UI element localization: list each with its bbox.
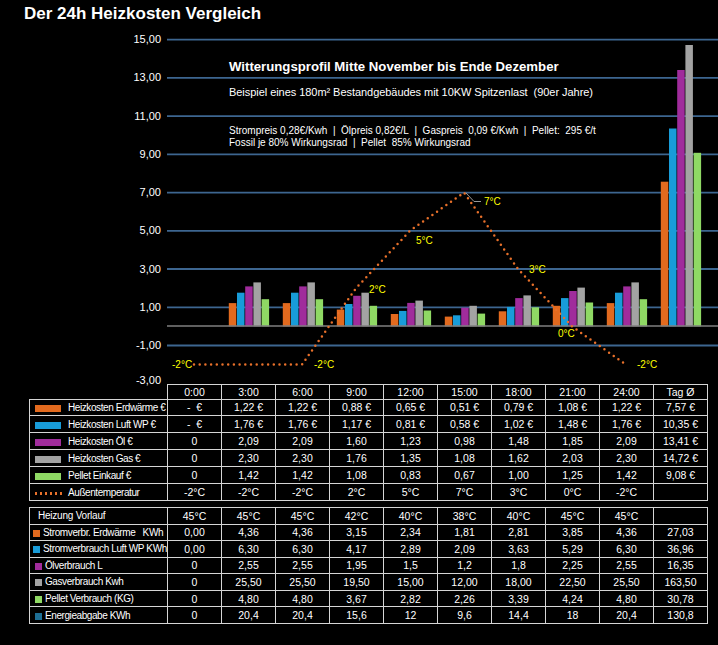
svg-text:13,00: 13,00	[133, 71, 161, 83]
svg-text:-2°C: -2°C	[172, 359, 192, 370]
svg-text:-1,00: -1,00	[136, 339, 161, 351]
svg-text:9,00: 9,00	[140, 148, 161, 160]
svg-text:-2°C: -2°C	[637, 359, 657, 370]
svg-text:3,00: 3,00	[140, 263, 161, 275]
svg-text:0°C: 0°C	[558, 328, 575, 339]
svg-text:-2°C: -2°C	[314, 359, 334, 370]
svg-text:1,00: 1,00	[140, 301, 161, 313]
svg-text:5,00: 5,00	[140, 224, 161, 236]
svg-text:7°C: 7°C	[484, 196, 501, 207]
svg-text:7,00: 7,00	[140, 186, 161, 198]
svg-text:15,00: 15,00	[133, 33, 161, 45]
svg-text:3°C: 3°C	[529, 264, 546, 275]
svg-text:11,00: 11,00	[134, 110, 161, 122]
svg-text:5°C: 5°C	[416, 235, 433, 246]
svg-text:2°C: 2°C	[369, 284, 386, 295]
